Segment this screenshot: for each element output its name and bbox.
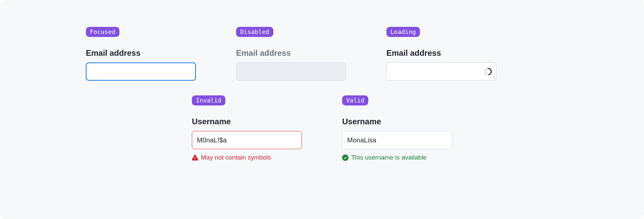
row-1: Focused Email address Disabled Email add… [86,27,558,81]
check-circle-icon [342,155,348,161]
row-2: Invalid Username May not contain symbols… [86,95,558,161]
label-username-valid: Username [342,117,452,126]
username-input-invalid[interactable] [192,131,302,149]
email-input-loading[interactable] [386,62,496,81]
state-badge-valid: Valid [342,95,368,105]
example-loading: Loading Email address [386,27,496,81]
example-valid: Valid Username This username is availabl… [342,95,452,161]
label-username-invalid: Username [192,117,302,126]
validation-success: This username is available [342,154,452,161]
validation-error-text: May not contain symbols [201,154,271,161]
canvas: Focused Email address Disabled Email add… [0,0,644,219]
validation-error: May not contain symbols [192,154,302,161]
label-email-disabled: Email address [236,48,346,58]
state-badge-disabled: Disabled [236,27,273,37]
example-focused: Focused Email address [86,27,196,81]
label-email-loading: Email address [386,48,496,58]
example-disabled: Disabled Email address [236,27,346,81]
alert-triangle-icon [192,155,198,161]
validation-success-text: This username is available [351,154,427,161]
state-badge-loading: Loading [386,27,420,37]
state-badge-invalid: Invalid [192,95,225,105]
email-input-focused[interactable] [86,62,196,81]
username-input-valid[interactable] [342,131,452,149]
example-invalid: Invalid Username May not contain symbols [192,95,302,161]
input-wrapper-loading [386,62,496,81]
svg-point-0 [342,155,348,161]
email-input-disabled [236,62,346,81]
label-email-focused: Email address [86,48,196,58]
state-badge-focused: Focused [86,27,119,37]
